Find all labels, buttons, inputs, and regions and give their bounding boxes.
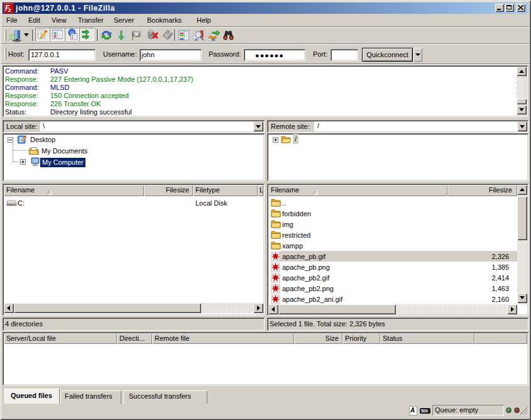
svg-text:z: z: [8, 7, 11, 13]
